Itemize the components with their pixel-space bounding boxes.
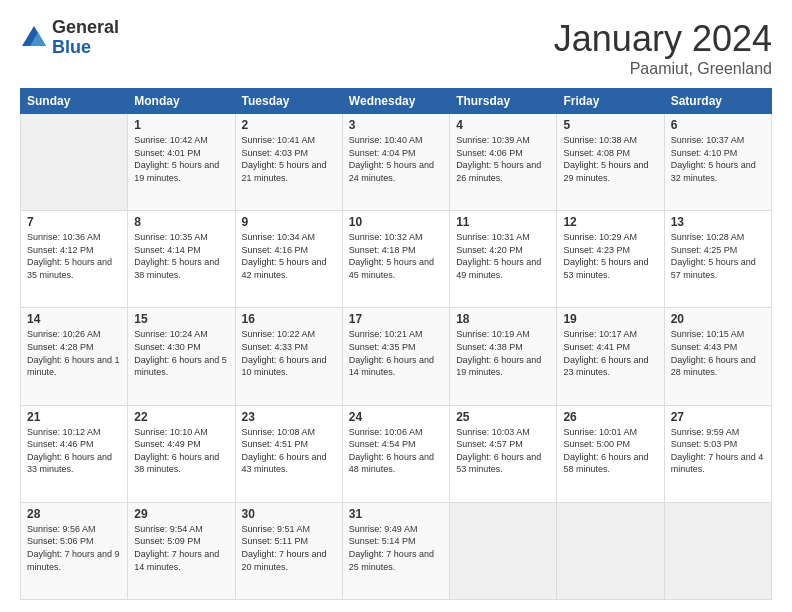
header-day: Monday bbox=[128, 89, 235, 114]
day-number: 22 bbox=[134, 410, 228, 424]
calendar-week: 14Sunrise: 10:26 AMSunset: 4:28 PMDaylig… bbox=[21, 308, 772, 405]
day-info: Sunrise: 9:51 AMSunset: 5:11 PMDaylight:… bbox=[242, 523, 336, 573]
calendar-week: 28Sunrise: 9:56 AMSunset: 5:06 PMDayligh… bbox=[21, 502, 772, 599]
calendar-cell: 5Sunrise: 10:38 AMSunset: 4:08 PMDayligh… bbox=[557, 114, 664, 211]
calendar-cell: 9Sunrise: 10:34 AMSunset: 4:16 PMDayligh… bbox=[235, 211, 342, 308]
day-info: Sunrise: 10:40 AMSunset: 4:04 PMDaylight… bbox=[349, 134, 443, 184]
day-info: Sunrise: 10:29 AMSunset: 4:23 PMDaylight… bbox=[563, 231, 657, 281]
calendar-cell: 11Sunrise: 10:31 AMSunset: 4:20 PMDaylig… bbox=[450, 211, 557, 308]
day-info: Sunrise: 10:34 AMSunset: 4:16 PMDaylight… bbox=[242, 231, 336, 281]
day-info: Sunrise: 10:21 AMSunset: 4:35 PMDaylight… bbox=[349, 328, 443, 378]
calendar-cell: 30Sunrise: 9:51 AMSunset: 5:11 PMDayligh… bbox=[235, 502, 342, 599]
calendar-cell: 22Sunrise: 10:10 AMSunset: 4:49 PMDaylig… bbox=[128, 405, 235, 502]
day-number: 21 bbox=[27, 410, 121, 424]
calendar-cell bbox=[557, 502, 664, 599]
day-number: 12 bbox=[563, 215, 657, 229]
day-info: Sunrise: 10:15 AMSunset: 4:43 PMDaylight… bbox=[671, 328, 765, 378]
header-day: Wednesday bbox=[342, 89, 449, 114]
calendar-cell: 24Sunrise: 10:06 AMSunset: 4:54 PMDaylig… bbox=[342, 405, 449, 502]
location: Paamiut, Greenland bbox=[554, 60, 772, 78]
calendar-cell bbox=[664, 502, 771, 599]
day-number: 11 bbox=[456, 215, 550, 229]
calendar-cell bbox=[21, 114, 128, 211]
day-number: 24 bbox=[349, 410, 443, 424]
calendar-week: 21Sunrise: 10:12 AMSunset: 4:46 PMDaylig… bbox=[21, 405, 772, 502]
day-info: Sunrise: 10:03 AMSunset: 4:57 PMDaylight… bbox=[456, 426, 550, 476]
header-day: Sunday bbox=[21, 89, 128, 114]
day-number: 25 bbox=[456, 410, 550, 424]
day-info: Sunrise: 10:17 AMSunset: 4:41 PMDaylight… bbox=[563, 328, 657, 378]
header-day: Friday bbox=[557, 89, 664, 114]
day-number: 14 bbox=[27, 312, 121, 326]
day-info: Sunrise: 10:37 AMSunset: 4:10 PMDaylight… bbox=[671, 134, 765, 184]
calendar-cell: 3Sunrise: 10:40 AMSunset: 4:04 PMDayligh… bbox=[342, 114, 449, 211]
day-info: Sunrise: 10:31 AMSunset: 4:20 PMDaylight… bbox=[456, 231, 550, 281]
day-number: 13 bbox=[671, 215, 765, 229]
calendar-cell: 23Sunrise: 10:08 AMSunset: 4:51 PMDaylig… bbox=[235, 405, 342, 502]
calendar-cell: 15Sunrise: 10:24 AMSunset: 4:30 PMDaylig… bbox=[128, 308, 235, 405]
day-number: 27 bbox=[671, 410, 765, 424]
day-info: Sunrise: 10:22 AMSunset: 4:33 PMDaylight… bbox=[242, 328, 336, 378]
day-info: Sunrise: 10:42 AMSunset: 4:01 PMDaylight… bbox=[134, 134, 228, 184]
calendar-cell: 12Sunrise: 10:29 AMSunset: 4:23 PMDaylig… bbox=[557, 211, 664, 308]
day-info: Sunrise: 10:39 AMSunset: 4:06 PMDaylight… bbox=[456, 134, 550, 184]
day-info: Sunrise: 10:41 AMSunset: 4:03 PMDaylight… bbox=[242, 134, 336, 184]
day-info: Sunrise: 10:01 AMSunset: 5:00 PMDaylight… bbox=[563, 426, 657, 476]
day-info: Sunrise: 10:10 AMSunset: 4:49 PMDaylight… bbox=[134, 426, 228, 476]
calendar-cell: 18Sunrise: 10:19 AMSunset: 4:38 PMDaylig… bbox=[450, 308, 557, 405]
calendar-cell: 20Sunrise: 10:15 AMSunset: 4:43 PMDaylig… bbox=[664, 308, 771, 405]
page: General Blue January 2024 Paamiut, Green… bbox=[0, 0, 792, 612]
calendar-cell: 2Sunrise: 10:41 AMSunset: 4:03 PMDayligh… bbox=[235, 114, 342, 211]
day-number: 31 bbox=[349, 507, 443, 521]
calendar-cell: 8Sunrise: 10:35 AMSunset: 4:14 PMDayligh… bbox=[128, 211, 235, 308]
day-info: Sunrise: 10:26 AMSunset: 4:28 PMDaylight… bbox=[27, 328, 121, 378]
day-info: Sunrise: 10:38 AMSunset: 4:08 PMDaylight… bbox=[563, 134, 657, 184]
calendar-header: SundayMondayTuesdayWednesdayThursdayFrid… bbox=[21, 89, 772, 114]
day-number: 26 bbox=[563, 410, 657, 424]
day-number: 18 bbox=[456, 312, 550, 326]
calendar-cell bbox=[450, 502, 557, 599]
day-info: Sunrise: 10:06 AMSunset: 4:54 PMDaylight… bbox=[349, 426, 443, 476]
day-number: 4 bbox=[456, 118, 550, 132]
calendar-week: 1Sunrise: 10:42 AMSunset: 4:01 PMDayligh… bbox=[21, 114, 772, 211]
day-info: Sunrise: 10:28 AMSunset: 4:25 PMDaylight… bbox=[671, 231, 765, 281]
logo-icon bbox=[20, 24, 48, 52]
header-day: Saturday bbox=[664, 89, 771, 114]
logo-text: General Blue bbox=[52, 18, 119, 58]
calendar-cell: 14Sunrise: 10:26 AMSunset: 4:28 PMDaylig… bbox=[21, 308, 128, 405]
header-row: SundayMondayTuesdayWednesdayThursdayFrid… bbox=[21, 89, 772, 114]
day-number: 28 bbox=[27, 507, 121, 521]
logo: General Blue bbox=[20, 18, 119, 58]
header: General Blue January 2024 Paamiut, Green… bbox=[20, 18, 772, 78]
day-info: Sunrise: 9:56 AMSunset: 5:06 PMDaylight:… bbox=[27, 523, 121, 573]
calendar-cell: 13Sunrise: 10:28 AMSunset: 4:25 PMDaylig… bbox=[664, 211, 771, 308]
day-number: 9 bbox=[242, 215, 336, 229]
day-number: 5 bbox=[563, 118, 657, 132]
day-info: Sunrise: 10:08 AMSunset: 4:51 PMDaylight… bbox=[242, 426, 336, 476]
day-number: 20 bbox=[671, 312, 765, 326]
calendar-cell: 28Sunrise: 9:56 AMSunset: 5:06 PMDayligh… bbox=[21, 502, 128, 599]
month-title: January 2024 bbox=[554, 18, 772, 60]
day-number: 10 bbox=[349, 215, 443, 229]
calendar-cell: 25Sunrise: 10:03 AMSunset: 4:57 PMDaylig… bbox=[450, 405, 557, 502]
title-area: January 2024 Paamiut, Greenland bbox=[554, 18, 772, 78]
calendar-cell: 17Sunrise: 10:21 AMSunset: 4:35 PMDaylig… bbox=[342, 308, 449, 405]
day-number: 6 bbox=[671, 118, 765, 132]
logo-blue: Blue bbox=[52, 38, 119, 58]
day-number: 16 bbox=[242, 312, 336, 326]
header-day: Tuesday bbox=[235, 89, 342, 114]
day-info: Sunrise: 10:36 AMSunset: 4:12 PMDaylight… bbox=[27, 231, 121, 281]
calendar-cell: 29Sunrise: 9:54 AMSunset: 5:09 PMDayligh… bbox=[128, 502, 235, 599]
day-info: Sunrise: 10:35 AMSunset: 4:14 PMDaylight… bbox=[134, 231, 228, 281]
calendar: SundayMondayTuesdayWednesdayThursdayFrid… bbox=[20, 88, 772, 600]
day-info: Sunrise: 9:49 AMSunset: 5:14 PMDaylight:… bbox=[349, 523, 443, 573]
calendar-cell: 19Sunrise: 10:17 AMSunset: 4:41 PMDaylig… bbox=[557, 308, 664, 405]
day-number: 17 bbox=[349, 312, 443, 326]
day-number: 19 bbox=[563, 312, 657, 326]
day-info: Sunrise: 9:54 AMSunset: 5:09 PMDaylight:… bbox=[134, 523, 228, 573]
calendar-body: 1Sunrise: 10:42 AMSunset: 4:01 PMDayligh… bbox=[21, 114, 772, 600]
calendar-cell: 6Sunrise: 10:37 AMSunset: 4:10 PMDayligh… bbox=[664, 114, 771, 211]
calendar-cell: 21Sunrise: 10:12 AMSunset: 4:46 PMDaylig… bbox=[21, 405, 128, 502]
calendar-cell: 31Sunrise: 9:49 AMSunset: 5:14 PMDayligh… bbox=[342, 502, 449, 599]
calendar-cell: 27Sunrise: 9:59 AMSunset: 5:03 PMDayligh… bbox=[664, 405, 771, 502]
